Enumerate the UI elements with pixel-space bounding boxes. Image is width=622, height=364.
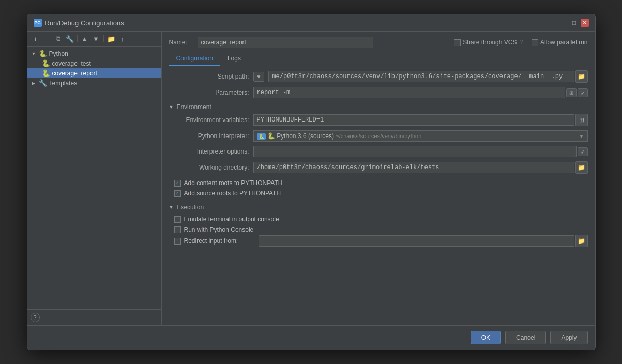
interpreter-options-field-row: ⤢	[253, 146, 588, 157]
title-bar-left: PC Run/Debug Configurations	[34, 19, 124, 27]
interpreter-dropdown-arrow: ▼	[579, 133, 584, 139]
window-controls: — □ ✕	[560, 19, 589, 27]
share-vcs-item: Share through VCS ?	[454, 39, 523, 46]
share-vcs-label: Share through VCS	[463, 39, 517, 46]
python-group-label: Python	[49, 50, 68, 57]
execution-arrow[interactable]: ▼	[169, 205, 174, 210]
python-interpreter-text: 🐍 Python 3.6 (sources)	[267, 132, 334, 140]
tab-logs[interactable]: Logs	[220, 52, 248, 66]
ok-button[interactable]: OK	[471, 331, 501, 344]
working-directory-folder-button[interactable]: 📁	[575, 161, 588, 174]
app-icon: PC	[34, 19, 42, 27]
execution-label: Execution	[176, 204, 204, 211]
parallel-run-item: Allow parallel run	[532, 39, 587, 46]
remove-button[interactable]: −	[42, 34, 52, 44]
add-button[interactable]: +	[31, 34, 41, 44]
python-interpreter-dropdown[interactable]: 🐍 🐍 Python 3.6 (sources) ~/chaoss/source…	[253, 130, 588, 142]
dialog-title: Run/Debug Configurations	[45, 19, 124, 27]
working-directory-field-row: 📁	[253, 161, 588, 174]
interpreter-options-expand-button[interactable]: ⤢	[578, 147, 588, 156]
tab-configuration[interactable]: Configuration	[169, 52, 220, 66]
parameters-maximize-button[interactable]: ⤢	[578, 88, 588, 97]
tree-coverage-test[interactable]: 🐍 coverage_test	[27, 58, 161, 68]
dialog-footer: OK Cancel Apply	[27, 325, 595, 350]
help-button[interactable]: ?	[31, 313, 40, 322]
name-label: Name:	[169, 39, 192, 46]
python-interpreter-path: ~/chaoss/sources/venv/bin/python	[336, 133, 421, 139]
apply-button[interactable]: Apply	[550, 331, 587, 344]
python-group-icon: 🐍	[39, 50, 47, 57]
left-panel: + − ⧉ 🔧 ▲ ▼ 📁 ↕ ▼ 🐍 Python 🐍	[27, 32, 162, 325]
redirect-input-field-row: 📁	[259, 235, 588, 247]
copy-button[interactable]: ⧉	[53, 34, 64, 44]
parameters-expand-button[interactable]: ⊞	[566, 88, 577, 97]
redirect-input-folder-button[interactable]: 📁	[575, 235, 588, 247]
redirect-input-input[interactable]	[259, 235, 574, 247]
coverage-report-label: coverage_report	[52, 70, 97, 77]
templates-icon: 🔧	[39, 79, 47, 87]
tree-templates-group[interactable]: ▶ 🔧 Templates	[27, 78, 161, 88]
emulate-terminal-checkbox[interactable]	[174, 216, 181, 223]
close-button[interactable]: ✕	[581, 19, 589, 27]
templates-arrow: ▶	[32, 81, 37, 86]
working-directory-input[interactable]	[253, 162, 574, 173]
folder-button[interactable]: 📁	[106, 34, 116, 44]
script-path-folder-button[interactable]: 📁	[575, 70, 588, 83]
name-input[interactable]	[198, 37, 373, 48]
add-content-roots-label: Add content roots to PYTHONPATH	[184, 179, 283, 187]
working-directory-label: Working directory:	[169, 164, 249, 171]
environment-label: Environment	[176, 103, 211, 111]
share-vcs-checkbox[interactable]	[454, 39, 461, 46]
redirect-input-check-label: Redirect input from:	[174, 237, 254, 245]
interpreter-options-label: Interpreter options:	[169, 148, 249, 155]
script-path-label: Script path:	[169, 73, 249, 80]
minimize-button[interactable]: —	[560, 19, 568, 27]
environment-arrow[interactable]: ▼	[169, 104, 174, 110]
working-directory-row: Working directory: 📁	[169, 161, 588, 174]
parameters-input[interactable]	[253, 87, 565, 98]
coverage-test-label: coverage_test	[52, 60, 91, 67]
run-python-console-checkbox[interactable]	[174, 226, 181, 233]
add-source-roots-checkbox[interactable]: ✓	[174, 190, 181, 197]
parallel-run-checkbox[interactable]	[532, 39, 538, 46]
env-variables-edit-button[interactable]: ⊞	[575, 114, 588, 126]
script-path-field-row: 📁	[268, 70, 587, 83]
sort-button[interactable]: ↕	[117, 34, 128, 44]
script-path-type-dropdown[interactable]: ▼	[253, 72, 265, 82]
edit-button[interactable]: 🔧	[65, 34, 75, 44]
env-variables-row: Environment variables: ⊞	[169, 114, 588, 126]
config-tree: ▼ 🐍 Python 🐍 coverage_test 🐍 coverage_re…	[27, 47, 161, 309]
env-variables-input[interactable]	[253, 114, 574, 126]
down-button[interactable]: ▼	[91, 34, 101, 44]
name-row: Name: Share through VCS ? Allow parallel…	[169, 37, 588, 48]
add-content-roots-row: ✓ Add content roots to PYTHONPATH	[174, 178, 588, 188]
cancel-button[interactable]: Cancel	[505, 331, 546, 344]
parameters-label: Parameters:	[169, 89, 249, 96]
up-button[interactable]: ▲	[80, 34, 90, 44]
interpreter-options-input[interactable]	[253, 146, 577, 157]
tree-coverage-report[interactable]: 🐍 coverage_report	[27, 68, 161, 78]
config-tabs: Configuration Logs	[169, 52, 588, 66]
add-source-roots-row: ✓ Add source roots to PYTHONPATH	[174, 188, 588, 199]
maximize-button[interactable]: □	[570, 19, 579, 27]
share-options: Share through VCS ? Allow parallel run	[454, 39, 587, 46]
config-content: Script path: ▼ 📁 Parameters: ⊞ ⤢	[169, 70, 588, 320]
title-bar: PC Run/Debug Configurations — □ ✕	[27, 14, 595, 32]
execution-section: ▼ Execution	[169, 204, 588, 211]
env-variables-label: Environment variables:	[169, 116, 249, 124]
script-path-input[interactable]	[268, 71, 574, 82]
coverage-test-icon: 🐍	[42, 59, 50, 67]
environment-section: ▼ Environment	[169, 103, 588, 111]
redirect-input-checkbox[interactable]	[174, 238, 181, 245]
left-bottom: ?	[27, 309, 161, 325]
run-python-console-label: Run with Python Console	[184, 226, 254, 233]
tree-python-group[interactable]: ▼ 🐍 Python	[27, 49, 161, 58]
add-content-roots-checkbox[interactable]: ✓	[174, 180, 181, 187]
dialog-body: + − ⧉ 🔧 ▲ ▼ 📁 ↕ ▼ 🐍 Python 🐍	[27, 32, 595, 325]
python-interpreter-label: Python interpreter:	[169, 132, 249, 140]
emulate-terminal-row: Emulate terminal in output console	[174, 214, 588, 224]
coverage-report-icon: 🐍	[42, 69, 50, 77]
parameters-row: Parameters: ⊞ ⤢	[169, 87, 588, 98]
toolbar-separator	[77, 35, 78, 42]
toolbar-separator-2	[103, 35, 104, 42]
